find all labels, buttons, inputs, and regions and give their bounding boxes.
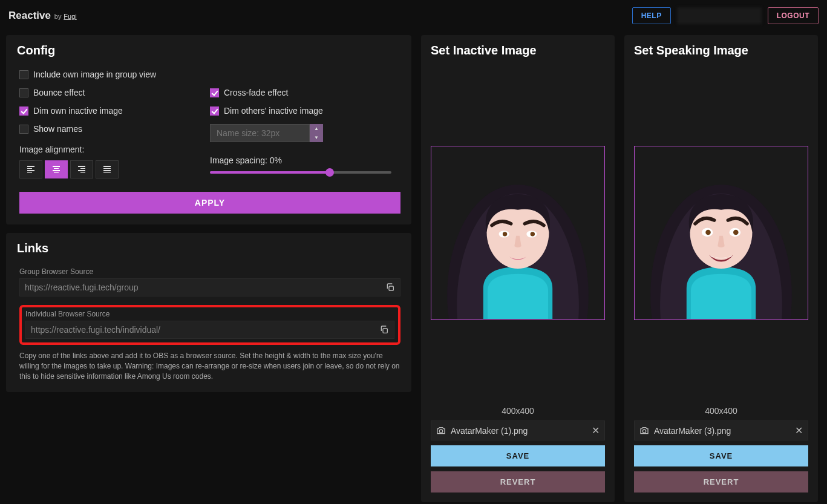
camera-icon <box>639 426 649 436</box>
name-size-field: ▲ ▼ <box>210 124 400 142</box>
config-title: Config <box>17 44 400 57</box>
inactive-filename: AvatarMaker (1).png <box>451 426 587 436</box>
crossfade-checkbox[interactable] <box>210 88 219 97</box>
speaking-file-row[interactable]: AvatarMaker (3).png ✕ <box>634 421 808 440</box>
group-source-label: Group Browser Source <box>19 267 400 276</box>
inactive-image-panel: Set Inactive Image <box>421 35 615 502</box>
chevron-up-icon[interactable]: ▲ <box>310 124 323 133</box>
individual-source-label: Individual Browser Source <box>25 310 394 318</box>
bounce-label: Bounce effect <box>33 88 85 97</box>
avatar-smiling-image <box>635 146 808 319</box>
brand-name: Reactive <box>8 10 51 21</box>
links-panel: Links Group Browser Source https://react… <box>6 233 411 392</box>
inactive-preview-frame <box>431 146 605 320</box>
bounce-checkbox[interactable] <box>19 88 28 97</box>
show-names-label: Show names <box>33 124 82 134</box>
inactive-file-row[interactable]: AvatarMaker (1).png ✕ <box>431 421 605 440</box>
svg-point-6 <box>531 232 535 236</box>
show-names-checkbox[interactable] <box>19 125 28 134</box>
header-actions: HELP LOGOUT <box>632 7 819 24</box>
svg-point-7 <box>439 430 442 433</box>
camera-icon <box>436 426 446 436</box>
alignment-label: Image alignment: <box>19 145 210 154</box>
individual-source-url[interactable]: https://reactive.fugi.tech/individual/ <box>31 325 379 335</box>
brand: Reactive by Fugi <box>8 10 77 22</box>
speaking-image-panel: Set Speaking Image <box>624 35 818 502</box>
speaking-dimensions: 400x400 <box>634 406 808 416</box>
align-right-button[interactable] <box>70 160 93 178</box>
brand-by: by <box>54 13 62 20</box>
speaking-preview-area[interactable] <box>634 64 808 402</box>
inactive-save-button[interactable]: SAVE <box>431 445 605 466</box>
align-left-icon <box>27 166 34 173</box>
include-own-label: Include own image in group view <box>33 70 156 79</box>
individual-source-row: https://reactive.fugi.tech/individual/ <box>25 321 394 339</box>
spacing-slider-thumb[interactable] <box>325 168 334 177</box>
copy-icon[interactable] <box>385 283 395 292</box>
user-identity[interactable] <box>677 7 762 24</box>
config-panel: Config Include own image in group view B… <box>6 35 411 224</box>
svg-point-11 <box>705 230 711 235</box>
speaking-title: Set Speaking Image <box>634 44 808 57</box>
spacing-slider[interactable] <box>210 171 391 174</box>
speaking-save-button[interactable]: SAVE <box>634 445 808 466</box>
align-justify-button[interactable] <box>96 160 119 178</box>
align-center-button[interactable] <box>45 160 68 178</box>
app-header: Reactive by Fugi HELP LOGOUT <box>0 0 827 31</box>
dim-own-label: Dim own inactive image <box>33 106 123 116</box>
dim-own-checkbox[interactable] <box>19 106 28 116</box>
links-title: Links <box>17 241 400 255</box>
speaking-revert-button[interactable]: REVERT <box>634 471 808 493</box>
chevron-down-icon[interactable]: ▼ <box>310 133 323 142</box>
svg-point-12 <box>733 230 739 235</box>
logout-button[interactable]: LOGOUT <box>768 7 819 24</box>
dim-others-checkbox[interactable] <box>210 106 219 116</box>
close-icon[interactable]: ✕ <box>795 425 803 436</box>
help-button[interactable]: HELP <box>632 7 671 24</box>
speaking-preview-frame <box>634 146 808 320</box>
spacing-label: Image spacing: 0% <box>210 155 400 165</box>
inactive-dimensions: 400x400 <box>431 406 605 416</box>
include-own-checkbox[interactable] <box>19 70 28 79</box>
svg-rect-0 <box>389 286 393 290</box>
align-left-button[interactable] <box>19 160 42 178</box>
group-source-url[interactable]: https://reactive.fugi.tech/group <box>25 283 385 292</box>
svg-point-5 <box>503 232 507 236</box>
crossfade-label: Cross-fade effect <box>224 88 288 97</box>
individual-source-highlight: Individual Browser Source https://reacti… <box>19 305 400 345</box>
links-help-text: Copy one of the links above and add it t… <box>19 351 400 381</box>
svg-rect-1 <box>383 329 387 333</box>
speaking-filename: AvatarMaker (3).png <box>654 426 790 436</box>
apply-button[interactable]: APPLY <box>19 192 400 214</box>
avatar-neutral-image <box>431 146 604 319</box>
name-size-input[interactable] <box>210 124 310 142</box>
name-size-stepper[interactable]: ▲ ▼ <box>310 124 323 142</box>
align-center-icon <box>53 166 60 173</box>
inactive-title: Set Inactive Image <box>431 44 605 57</box>
inactive-preview-area[interactable] <box>431 64 605 402</box>
copy-icon[interactable] <box>379 325 389 335</box>
brand-author-link[interactable]: Fugi <box>64 13 76 20</box>
alignment-group <box>19 160 210 178</box>
inactive-revert-button[interactable]: REVERT <box>431 471 605 493</box>
svg-point-13 <box>642 430 646 433</box>
close-icon[interactable]: ✕ <box>592 425 600 436</box>
align-right-icon <box>78 166 85 173</box>
group-source-row: https://reactive.fugi.tech/group <box>19 278 400 296</box>
dim-others-label: Dim others' inactive image <box>224 106 323 116</box>
align-justify-icon <box>103 166 111 173</box>
spacing-slider-fill <box>210 171 330 174</box>
